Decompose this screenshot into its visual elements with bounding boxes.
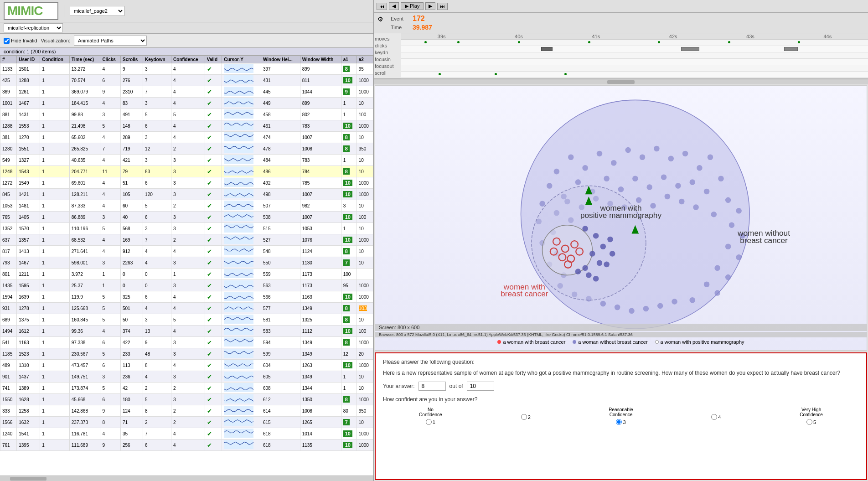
col-time[interactable]: Time (sec) <box>69 56 100 63</box>
cell-cond: 1 <box>40 280 70 291</box>
table-row[interactable]: 637 1357 1 68.532 4 169 7 2 ✔ 527 1076 1… <box>0 234 373 246</box>
table-row[interactable]: 489 1310 1 473.457 6 113 8 4 ✔ 604 1263 … <box>0 360 373 371</box>
out-of-input[interactable] <box>467 382 494 391</box>
radio-1[interactable]: 1 <box>426 419 435 425</box>
table-row[interactable]: 931 1278 1 125.668 5 501 4 4 ✔ 577 1349 … <box>0 303 373 314</box>
cell-scrolls: 148 <box>120 120 143 132</box>
table-row[interactable]: 1053 1481 1 87.333 4 60 5 2 ✔ 507 982 3 … <box>0 200 373 212</box>
page-dropdown[interactable]: micallef_page2 <box>70 6 124 16</box>
table-row[interactable]: 881 1431 1 99.88 3 491 5 5 ✔ 458 802 1 1… <box>0 109 373 120</box>
table-row[interactable]: 1133 1501 1 13.272 4 9 3 4 ✔ 397 899 8 9… <box>0 63 373 75</box>
radio-4[interactable]: 4 <box>711 414 721 420</box>
table-row[interactable]: 541 1163 1 97.338 6 422 9 3 ✔ 594 1349 8… <box>0 337 373 348</box>
col-wh[interactable]: Window Hei... <box>261 56 300 63</box>
col-uid[interactable]: User ID <box>17 56 40 63</box>
col-keydown[interactable]: Keydown <box>143 56 171 63</box>
answer-input[interactable] <box>418 382 446 391</box>
table-row[interactable]: 425 1288 1 70.574 6 276 7 4 ✔ 431 811 10… <box>0 75 373 86</box>
col-num[interactable]: # <box>0 56 17 63</box>
hide-invalid-label[interactable]: Hide Invalid <box>4 38 37 44</box>
table-row[interactable]: 1550 1628 1 45.668 6 180 5 3 ✔ 612 1350 … <box>0 394 373 405</box>
table-row[interactable]: 333 1258 1 142.868 9 124 8 2 ✔ 614 1008 … <box>0 405 373 417</box>
table-row[interactable]: 761 1395 1 111.689 9 256 6 4 ✔ 618 1135 … <box>0 440 373 451</box>
viz-dropdown[interactable]: Animated Paths <box>74 36 147 46</box>
table-row[interactable]: 845 1421 1 128.211 4 105 120 3 ✔ 498 100… <box>0 189 373 200</box>
tl-track-focusout <box>401 65 868 72</box>
col-valid[interactable]: Valid <box>205 56 222 63</box>
cell-wh: 474 <box>261 132 300 143</box>
table-row[interactable]: 817 1413 1 271.641 4 912 4 4 ✔ 548 1124 … <box>0 246 373 257</box>
valid-icon: ✔ <box>207 373 212 380</box>
h-scrollbar-thumb[interactable] <box>10 477 46 481</box>
click-bar2 <box>681 47 699 51</box>
hide-invalid-checkbox[interactable] <box>4 38 10 44</box>
table-row[interactable]: 381 1270 1 65.602 4 289 3 4 ✔ 474 1007 8… <box>0 132 373 143</box>
table-row[interactable]: 369 1261 1 369.079 9 2310 7 4 ✔ 445 1044… <box>0 86 373 98</box>
timeline-tracks: 39s 40s 41s 42s 43s 44s <box>401 33 868 78</box>
btn-end[interactable]: ⏭ <box>437 3 448 10</box>
table-row[interactable]: 1435 1595 1 25.37 1 0 0 3 ✔ 563 1173 95 … <box>0 280 373 291</box>
valid-icon: ✔ <box>207 180 212 186</box>
timeline-hscroll[interactable] <box>374 79 868 84</box>
cell-clicks: 4 <box>100 132 121 143</box>
col-clicks[interactable]: Clicks <box>100 56 121 63</box>
radio-input-2[interactable] <box>521 414 527 420</box>
radio-3[interactable]: 3 <box>616 419 625 425</box>
table-row[interactable]: 1240 1541 1 116.781 4 35 7 4 ✔ 618 1014 … <box>0 428 373 440</box>
table-row[interactable]: 1272 1549 1 69.601 4 51 6 3 ✔ 492 785 10… <box>0 177 373 189</box>
h-scrollbar[interactable] <box>0 476 373 481</box>
table-row[interactable]: 1185 1523 1 230.567 5 233 48 3 ✔ 599 134… <box>0 348 373 360</box>
cell-conf: 2 <box>171 383 205 394</box>
table-row[interactable]: 901 1437 1 149.751 3 236 4 3 ✔ 605 1349 … <box>0 371 373 383</box>
col-ww[interactable]: Window Width <box>300 56 341 63</box>
radio-2[interactable]: 2 <box>521 414 531 420</box>
dot <box>728 41 730 43</box>
radio-input-5[interactable] <box>806 419 812 425</box>
settings-icon[interactable]: ⚙ <box>377 16 383 23</box>
table-row[interactable]: 1594 1639 1 119.9 5 325 6 4 ✔ 566 1163 1… <box>0 291 373 303</box>
survey-content: Please answer the following question: He… <box>376 353 866 432</box>
col-conf[interactable]: Confidence <box>171 56 205 63</box>
radio-input-3[interactable] <box>616 419 622 425</box>
table-container[interactable]: # User ID Condition Time (sec) Clicks Sc… <box>0 56 373 476</box>
cell-ww: 1008 <box>300 405 341 417</box>
col-cond[interactable]: Condition <box>40 56 70 63</box>
btn-prev[interactable]: ◀ <box>389 2 399 10</box>
table-row[interactable]: 765 1405 1 86.889 3 40 6 3 ✔ 508 1007 10… <box>0 212 373 223</box>
table-row[interactable]: 689 1375 1 160.845 5 50 3 5 ✔ 581 1325 8… <box>0 314 373 326</box>
btn-start[interactable]: ⏮ <box>377 3 387 10</box>
table-row[interactable]: 1001 1467 1 184.415 4 83 3 4 ✔ 449 899 1… <box>0 98 373 109</box>
btn-next[interactable]: ▶ <box>425 2 435 10</box>
table-row[interactable]: 801 1211 1 3.972 1 0 0 1 ✔ 559 1173 100 <box>0 269 373 280</box>
col-a1[interactable]: a1 <box>341 56 356 63</box>
col-a2[interactable]: a2 <box>356 56 373 63</box>
cell-cursory <box>222 348 261 360</box>
radio-input-1[interactable] <box>426 419 432 425</box>
timeline-hscroll-thumb[interactable] <box>607 80 635 84</box>
radio-input-4[interactable] <box>711 414 717 420</box>
table-row[interactable]: 793 1467 1 598.001 3 2263 4 3 ✔ 550 1130… <box>0 257 373 269</box>
table-row[interactable]: 1566 1632 1 237.373 8 71 2 2 ✔ 615 1265 … <box>0 417 373 428</box>
svg-point-83 <box>575 269 581 274</box>
cell-conf: 5 <box>171 314 205 326</box>
col-scrolls[interactable]: Scrolls <box>120 56 143 63</box>
cell-cursory <box>222 120 261 132</box>
table-row[interactable]: 1352 1570 1 110.196 5 568 3 3 ✔ 515 1053… <box>0 223 373 234</box>
conf-veryhigh-label: Very HighConfidence <box>800 407 823 417</box>
table-row[interactable]: 549 1327 1 40.635 4 421 3 3 ✔ 484 783 1 … <box>0 155 373 166</box>
table-row[interactable]: 1248 1543 1 204.771 11 79 83 3 ✔ 486 784… <box>0 166 373 177</box>
confidence-label: How confident are you in your answer? <box>383 396 859 403</box>
replication-dropdown[interactable]: micallef-replication <box>4 23 63 32</box>
table-row[interactable]: 1288 1553 1 21.498 5 148 6 4 ✔ 461 783 1… <box>0 120 373 132</box>
cell-scrolls: 912 <box>120 246 143 257</box>
btn-play[interactable]: ▶ Play <box>401 2 424 10</box>
table-row[interactable]: 1494 1612 1 99.36 4 374 13 4 ✔ 583 1112 … <box>0 326 373 337</box>
radio-5[interactable]: 5 <box>806 419 816 425</box>
cell-valid: ✔ <box>205 360 222 371</box>
cell-num: 1240 <box>0 428 17 440</box>
cell-a2: 100 <box>356 109 373 120</box>
svg-point-75 <box>600 243 606 249</box>
table-row[interactable]: 1280 1551 1 265.825 7 719 12 2 ✔ 478 100… <box>0 143 373 155</box>
table-row[interactable]: 741 1389 1 173.874 5 42 2 2 ✔ 608 1344 1… <box>0 383 373 394</box>
col-cursory[interactable]: Cursor-Y <box>222 56 261 63</box>
